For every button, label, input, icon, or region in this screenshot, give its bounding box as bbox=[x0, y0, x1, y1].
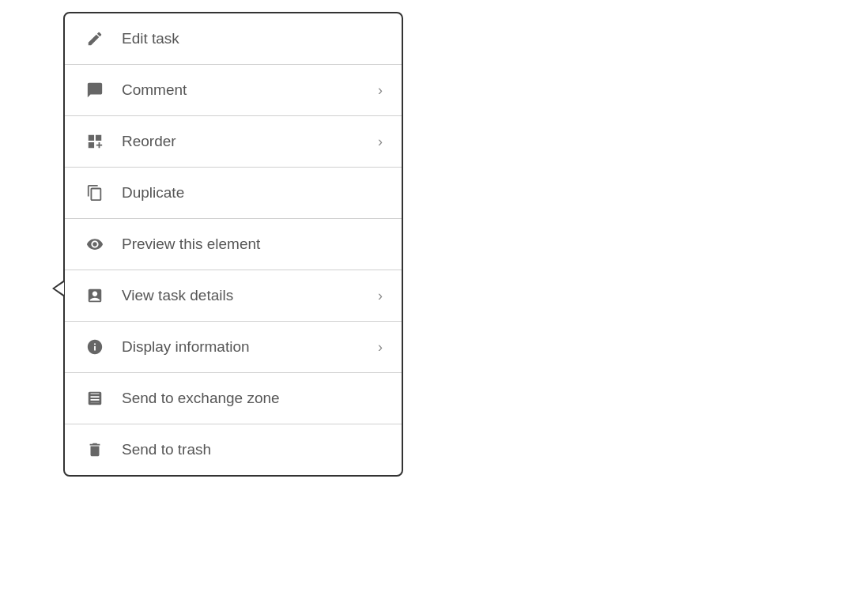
menu-label-send-to-exchange-zone: Send to exchange zone bbox=[122, 390, 383, 407]
pencil-icon bbox=[84, 28, 106, 50]
menu-item-reorder[interactable]: Reorder › bbox=[65, 116, 402, 168]
chevron-right-icon: › bbox=[378, 82, 383, 99]
menu-item-view-task-details[interactable]: View task details › bbox=[65, 270, 402, 322]
menu-item-display-information[interactable]: Display information › bbox=[65, 322, 402, 373]
context-menu-wrapper: Edit task Comment › Reorder › bbox=[63, 12, 403, 477]
menu-item-send-to-trash[interactable]: Send to trash bbox=[65, 424, 402, 475]
menu-label-preview-this-element: Preview this element bbox=[122, 236, 383, 253]
menu-item-edit-task[interactable]: Edit task bbox=[65, 13, 402, 65]
menu-label-view-task-details: View task details bbox=[122, 287, 378, 304]
menu-item-send-to-exchange-zone[interactable]: Send to exchange zone bbox=[65, 373, 402, 424]
menu-label-duplicate: Duplicate bbox=[122, 184, 383, 202]
menu-item-duplicate[interactable]: Duplicate bbox=[65, 168, 402, 219]
menu-label-reorder: Reorder bbox=[122, 133, 378, 150]
menu-item-comment[interactable]: Comment › bbox=[65, 65, 402, 116]
info-icon bbox=[84, 336, 106, 358]
comment-icon bbox=[84, 79, 106, 101]
chevron-right-icon: › bbox=[378, 339, 383, 356]
menu-label-send-to-trash: Send to trash bbox=[122, 441, 383, 458]
menu-label-comment: Comment bbox=[122, 81, 378, 99]
menu-label-edit-task: Edit task bbox=[122, 30, 383, 47]
reorder-icon bbox=[84, 130, 106, 153]
exchange-icon bbox=[84, 387, 106, 409]
trash-icon bbox=[84, 439, 106, 461]
eye-icon bbox=[84, 233, 106, 255]
chevron-right-icon: › bbox=[378, 134, 383, 150]
menu-label-display-information: Display information bbox=[122, 338, 378, 356]
chevron-right-icon: › bbox=[378, 288, 383, 304]
menu-item-preview-this-element[interactable]: Preview this element bbox=[65, 219, 402, 270]
task-details-icon bbox=[84, 285, 106, 307]
context-menu: Edit task Comment › Reorder › bbox=[63, 12, 403, 477]
duplicate-icon bbox=[84, 182, 106, 204]
